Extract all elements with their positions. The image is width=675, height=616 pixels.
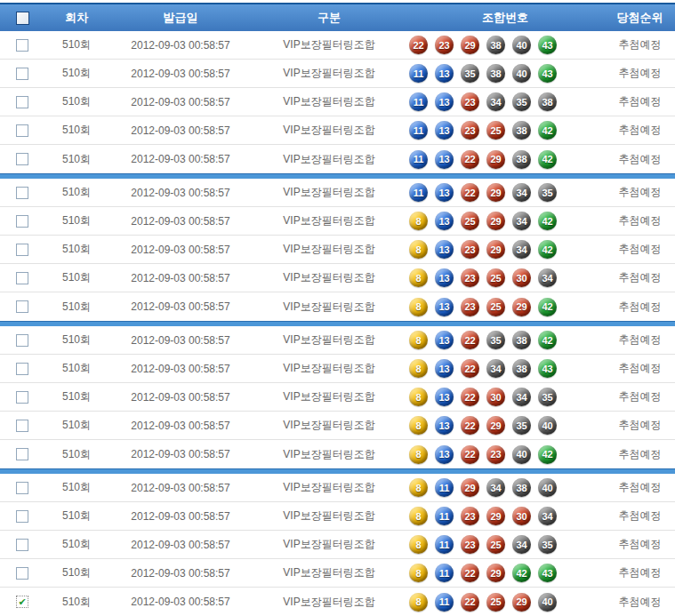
row-checkbox[interactable] — [16, 334, 28, 347]
row-issued: 2012-09-03 00:58:57 — [108, 39, 253, 52]
lotto-ball: 11 — [435, 507, 454, 525]
row-category: VIP보장필터링조합 — [253, 508, 406, 524]
lotto-ball: 22 — [461, 564, 479, 582]
row-checkbox-cell — [0, 334, 44, 347]
row-category: VIP보장필터링조합 — [253, 565, 406, 580]
row-checkbox-cell — [0, 300, 44, 313]
ball-group: 81129343840 — [406, 478, 605, 497]
lotto-ball: 8 — [409, 535, 428, 554]
lotto-ball: 13 — [435, 445, 454, 464]
header-category: 구분 — [253, 10, 406, 26]
row-checkbox[interactable] — [16, 96, 28, 108]
ball-group: 81123253435 — [406, 535, 605, 554]
lotto-ball: 11 — [409, 92, 428, 111]
table-body: 510회 2012-09-03 00:58:57 VIP보장필터링조합 2223… — [0, 31, 675, 616]
row-issued: 2012-09-03 00:58:57 — [108, 300, 253, 313]
ball-group: 81323252942 — [406, 298, 605, 316]
row-checkbox-cell: ✔ — [0, 596, 44, 608]
table-row: 510회 2012-09-03 00:58:57 VIP보장필터링조합 8132… — [0, 207, 675, 236]
row-checkbox[interactable] — [16, 215, 28, 228]
row-checkbox[interactable] — [16, 363, 28, 375]
row-checkbox[interactable] — [16, 124, 28, 137]
ball-group: 81325293442 — [406, 212, 605, 230]
row-status: 추첨예정 — [605, 595, 675, 610]
row-checkbox[interactable] — [16, 420, 28, 432]
row-checkbox[interactable] — [16, 391, 28, 404]
lotto-ball: 25 — [486, 268, 505, 287]
row-checkbox-cell — [0, 244, 44, 256]
lotto-ball: 13 — [435, 298, 454, 316]
lotto-ball: 42 — [538, 121, 557, 140]
row-checkbox-cell — [0, 96, 44, 108]
row-round: 510회 — [44, 123, 108, 138]
lotto-ball: 42 — [512, 564, 531, 582]
row-issued: 2012-09-03 00:58:57 — [108, 596, 253, 608]
row-checkbox[interactable]: ✔ — [16, 596, 28, 608]
row-status: 추첨예정 — [605, 123, 675, 138]
row-checkbox[interactable] — [16, 448, 28, 460]
select-all-checkbox[interactable] — [16, 12, 29, 25]
row-checkbox[interactable] — [16, 272, 28, 284]
table-header-row: 회차 발급일 구분 조합번호 당첨순위 — [0, 3, 675, 31]
lotto-ball: 22 — [409, 36, 428, 54]
row-issued: 2012-09-03 00:58:57 — [108, 272, 253, 284]
row-checkbox[interactable] — [16, 68, 28, 80]
lotto-ball: 11 — [435, 593, 454, 612]
row-issued: 2012-09-03 00:58:57 — [108, 539, 253, 551]
row-round: 510회 — [44, 270, 108, 285]
lotto-ball: 40 — [512, 36, 531, 54]
lotto-ball: 34 — [512, 240, 531, 259]
row-checkbox[interactable] — [16, 482, 28, 494]
row-status: 추첨예정 — [605, 537, 675, 552]
lotto-ball: 8 — [409, 212, 428, 230]
row-checkbox[interactable] — [16, 567, 28, 580]
row-checkbox-cell — [0, 272, 44, 284]
ball-group: 111335384043 — [406, 64, 605, 83]
lotto-ball: 42 — [538, 445, 557, 464]
lotto-ball: 11 — [409, 183, 428, 202]
lotto-ball: 13 — [435, 416, 454, 435]
ball-group: 81322353842 — [406, 331, 605, 349]
lotto-ball: 23 — [461, 507, 479, 525]
lotto-ball: 22 — [461, 183, 479, 202]
header-rank: 당첨순위 — [605, 10, 675, 26]
row-checkbox[interactable] — [16, 244, 28, 256]
row-category: VIP보장필터링조합 — [253, 242, 406, 257]
row-checkbox-cell — [0, 215, 44, 228]
lotto-ball: 43 — [538, 64, 557, 83]
row-round: 510회 — [44, 300, 108, 315]
row-issued: 2012-09-03 00:58:57 — [108, 510, 253, 523]
lotto-ball: 11 — [435, 564, 454, 582]
row-category: VIP보장필터링조합 — [253, 332, 406, 348]
lotto-ball: 35 — [461, 64, 479, 83]
ball-group: 81322234042 — [406, 445, 605, 464]
lotto-ball: 23 — [461, 268, 479, 287]
row-checkbox[interactable] — [16, 510, 28, 523]
row-checkbox[interactable] — [16, 300, 28, 313]
row-issued: 2012-09-03 00:58:57 — [108, 215, 253, 228]
lotto-ball: 8 — [409, 331, 428, 349]
header-checkbox-cell — [0, 12, 44, 25]
lotto-ball: 40 — [538, 416, 557, 435]
lotto-ball: 35 — [486, 331, 505, 349]
lotto-ball: 34 — [538, 507, 557, 525]
lotto-ball: 29 — [486, 150, 505, 169]
row-checkbox[interactable] — [16, 187, 28, 199]
row-checkbox[interactable] — [16, 539, 28, 551]
lotto-ball: 38 — [486, 64, 505, 83]
row-category: VIP보장필터링조합 — [253, 66, 406, 81]
lotto-ball: 22 — [461, 416, 479, 435]
row-checkbox[interactable] — [16, 153, 28, 165]
ball-group: 81322293540 — [406, 416, 605, 435]
row-issued: 2012-09-03 00:58:57 — [108, 567, 253, 580]
row-checkbox[interactable] — [16, 39, 28, 52]
lotto-ball: 34 — [538, 268, 557, 287]
row-round: 510회 — [44, 152, 108, 167]
row-category: VIP보장필터링조합 — [253, 361, 406, 376]
lotto-ball: 23 — [461, 121, 479, 140]
row-status: 추첨예정 — [605, 332, 675, 348]
lotto-ball: 23 — [435, 36, 454, 54]
table-row: 510회 2012-09-03 00:58:57 VIP보장필터링조합 8132… — [0, 236, 675, 264]
lotto-ball: 13 — [435, 359, 454, 378]
row-status: 추첨예정 — [605, 270, 675, 285]
